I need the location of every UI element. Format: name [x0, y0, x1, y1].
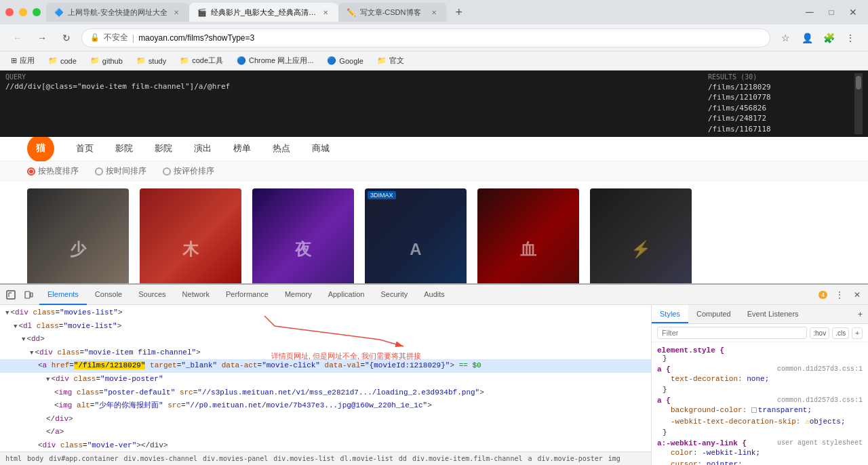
tree-line[interactable]: <div class="movie-ver"></div>	[0, 439, 651, 451]
sort-hot[interactable]: 按热度排序	[27, 165, 79, 177]
sort-rating[interactable]: 按评价排序	[163, 165, 214, 177]
url-bar[interactable]: 🔓 不安全 | maoyan.com/films?showType=3	[81, 28, 770, 47]
style-property[interactable]: cursor: pointer;	[657, 459, 863, 465]
tree-arrow[interactable]: ▼	[14, 323, 17, 330]
browser-tab-1[interactable]: 🔷 上网导航-安全快捷的网址大全 ✕	[46, 3, 189, 22]
inspect-element-icon[interactable]	[3, 287, 19, 303]
breadcrumb-item[interactable]: div#app.container	[49, 455, 118, 462]
forward-button[interactable]: →	[33, 28, 52, 47]
new-tab-button[interactable]: +	[450, 3, 469, 22]
tab-styles[interactable]: Styles	[652, 305, 688, 323]
style-source[interactable]: user agent stylesheet	[777, 439, 863, 447]
breadcrumb-item[interactable]: div.movie-poster	[537, 455, 602, 462]
nav-item[interactable]: 商城	[307, 140, 335, 157]
breadcrumb-item[interactable]: div.movies-list	[273, 455, 334, 462]
devtools-tab-security[interactable]: Security	[372, 285, 416, 305]
extension-button[interactable]: 🧩	[819, 28, 838, 47]
tree-line[interactable]: ▼<div class="movie-poster"	[0, 373, 651, 386]
bookmark-official[interactable]: 📁 官文	[372, 54, 410, 67]
browser-tab-2[interactable]: 🎬 经典影片_电影大全_经典高清电影 ✕	[189, 3, 338, 22]
bookmark-github[interactable]: 📁 github	[85, 55, 128, 66]
devtools-tab-console[interactable]: Console	[87, 285, 130, 305]
restore-button[interactable]: □	[822, 3, 841, 22]
tree-line[interactable]: </div>	[0, 413, 651, 426]
styles-filter-input[interactable]	[657, 327, 807, 339]
window-minimize-button[interactable]	[19, 8, 27, 16]
tree-line[interactable]: ▼<div class="movie-item film-channel">	[0, 346, 651, 360]
browser-tab-3[interactable]: ✏️ 写文章-CSDN博客 ✕	[338, 3, 447, 22]
tree-line[interactable]: ▼<dl class="movie-list">	[0, 320, 651, 333]
cls-toggle[interactable]: .cls	[832, 327, 849, 339]
devtools-tab-performance[interactable]: Performance	[218, 285, 277, 305]
device-toolbar-icon[interactable]	[20, 287, 37, 303]
breadcrumb-item[interactable]: body	[27, 455, 43, 462]
pseudo-toggle[interactable]: :hov	[810, 327, 829, 339]
breadcrumb-item[interactable]: div.movie-item.film-channel	[412, 455, 523, 462]
breadcrumb-item[interactable]: html	[5, 455, 22, 462]
bookmark-code[interactable]: 📁 code	[43, 55, 82, 66]
nav-item[interactable]: 热点	[267, 140, 296, 157]
query-value[interactable]: //dd/div[@class="movie-item film-channel…	[5, 82, 697, 91]
radio-rating	[163, 167, 171, 176]
minimize-button[interactable]: ─	[800, 3, 819, 22]
add-filter-button[interactable]: +	[852, 327, 863, 339]
close-button[interactable]: ✕	[844, 3, 863, 22]
tab-event-listeners[interactable]: Event Listeners	[739, 305, 807, 323]
tree-arrow[interactable]: ▼	[30, 350, 33, 357]
devtools-tab-audits[interactable]: Audits	[416, 285, 453, 305]
breadcrumb-item[interactable]: div.movies-panel	[203, 455, 268, 462]
bookmark-google[interactable]: 🔵 Google	[321, 55, 368, 66]
tree-line[interactable]: ▼<div class="movies-list">	[0, 306, 651, 320]
style-property[interactable]: -webkit-text-decoration-skip: ⚠objects;	[657, 416, 863, 428]
breadcrumb-item[interactable]: dd	[399, 455, 407, 462]
devtools-tab-memory[interactable]: Memory	[277, 285, 320, 305]
github-folder-icon: 📁	[90, 56, 100, 65]
bookmark-code-tools[interactable]: 📁 code工具	[174, 54, 229, 67]
nav-item[interactable]: 影院	[149, 140, 178, 157]
bookmark-study[interactable]: 📁 study	[131, 55, 172, 66]
tree-line[interactable]: ▼<dd>	[0, 333, 651, 346]
close-devtools-icon[interactable]: ✕	[849, 287, 865, 303]
breadcrumb-item[interactable]: img	[608, 455, 620, 462]
style-property[interactable]: text-decoration: none;	[657, 373, 863, 386]
style-source[interactable]: common.d1d257d3.css:1	[777, 397, 863, 404]
tree-line[interactable]: <img class="poster-default" src="//s3plu…	[0, 386, 651, 400]
scrollbar[interactable]	[854, 73, 863, 134]
tab-computed[interactable]: Computed	[688, 305, 739, 323]
nav-item[interactable]: 榜单	[228, 140, 256, 157]
devtools-tab-elements[interactable]: Elements	[39, 285, 87, 305]
bookmark-chrome-apps[interactable]: 🔵 Chrome 网上应用...	[231, 54, 319, 67]
devtools-tab-sources[interactable]: Sources	[130, 285, 174, 305]
profile-button[interactable]: 👤	[797, 28, 816, 47]
breadcrumb-item[interactable]: div.movies-channel	[124, 455, 197, 462]
tree-line[interactable]: </a>	[0, 426, 651, 439]
tab-close-3[interactable]: ✕	[429, 7, 439, 17]
style-property[interactable]: color: -webkit-link;	[657, 447, 863, 460]
sort-time[interactable]: 按时间排序	[95, 165, 146, 177]
bookmark-button[interactable]: ☆	[776, 28, 795, 47]
tree-line[interactable]: <a href="/films/1218029" target="_blank"…	[0, 359, 651, 373]
tree-arrow[interactable]: ▼	[5, 310, 9, 317]
reload-button[interactable]: ↻	[57, 28, 76, 47]
breadcrumb-item[interactable]: a	[528, 455, 532, 462]
style-source[interactable]: common.d1d257d3.css:1	[777, 365, 863, 373]
tab-close-2[interactable]: ✕	[321, 7, 330, 17]
nav-item[interactable]: 首页	[71, 140, 99, 157]
devtools-tab-application[interactable]: Application	[320, 285, 373, 305]
window-maximize-button[interactable]	[33, 8, 41, 16]
nav-item[interactable]: 演出	[189, 140, 217, 157]
tree-arrow[interactable]: ▼	[22, 336, 25, 343]
devtools-tab-network[interactable]: Network	[174, 285, 218, 305]
tree-line[interactable]: <img alt="少年的你海报封面" src="//p0.meituan.ne…	[0, 399, 651, 413]
nav-item[interactable]: 影院	[110, 140, 138, 157]
tab-close-1[interactable]: ✕	[172, 7, 181, 17]
style-property[interactable]: background-color: transparent;	[657, 405, 863, 417]
breadcrumb-item[interactable]: dl.movie-list	[340, 455, 393, 462]
window-close-button[interactable]	[5, 8, 14, 16]
bookmark-apps[interactable]: ⊞ 应用	[5, 54, 40, 67]
add-style-rule-icon[interactable]: +	[852, 305, 868, 323]
back-button[interactable]: ←	[8, 28, 27, 47]
menu-button[interactable]: ⋮	[841, 28, 860, 47]
settings-icon[interactable]: ⋮	[831, 287, 848, 303]
tree-arrow[interactable]: ▼	[46, 376, 50, 383]
